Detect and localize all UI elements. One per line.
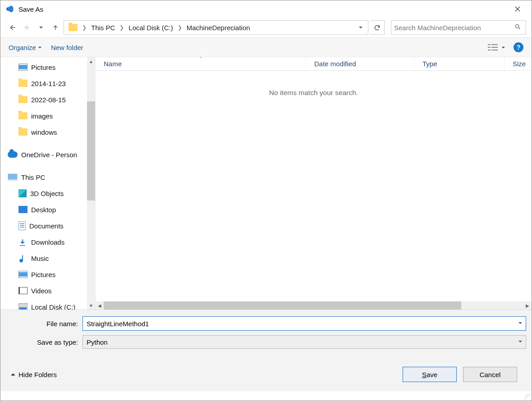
breadcrumb-segment[interactable]: This PC [88, 21, 118, 34]
music-icon [18, 255, 28, 262]
filename-input[interactable] [83, 316, 526, 331]
svg-point-0 [516, 25, 519, 28]
bottom-panel: File name: Save as type: Python Hide Fol… [0, 310, 532, 391]
dl-icon [18, 238, 28, 246]
tree-item-images[interactable]: images [5, 108, 95, 124]
cube3d-icon [18, 189, 27, 197]
new-folder-button[interactable]: New folder [51, 44, 83, 51]
help-button[interactable]: ? [514, 42, 523, 52]
pic-icon [18, 64, 28, 71]
scroll-thumb[interactable] [104, 301, 461, 310]
tree-item-2014-11-23[interactable]: 2014-11-23 [5, 75, 95, 91]
tree-item-3d-objects[interactable]: 3D Objects [5, 185, 95, 201]
scroll-up-icon[interactable]: ▲ [89, 57, 93, 65]
search-icon[interactable] [513, 23, 523, 32]
column-date[interactable]: Date modified [306, 57, 414, 70]
horizontal-scrollbar[interactable]: ◀ ▶ [96, 301, 532, 310]
save-button[interactable]: Save [403, 367, 457, 382]
tree-item-label: Pictures [31, 271, 55, 278]
forward-button[interactable] [20, 21, 33, 34]
tree-item-music[interactable]: Music [5, 250, 95, 266]
tree-item-windows[interactable]: windows [5, 124, 95, 140]
column-size[interactable]: Size [504, 57, 532, 70]
app-icon [4, 4, 15, 14]
cancel-button[interactable]: Cancel [463, 367, 517, 382]
chevron-right-icon: ❯ [80, 24, 88, 31]
breadcrumb-segment[interactable]: Local Disk (C:) [126, 21, 175, 34]
folder-icon [18, 96, 28, 103]
tree-item-pictures[interactable]: Pictures [5, 266, 95, 283]
tree-item-label: 2022-08-15 [31, 96, 66, 104]
empty-message: No items match your search. [96, 71, 532, 97]
scroll-down-icon[interactable]: ▼ [89, 301, 93, 310]
organize-label: Organize [9, 44, 36, 51]
tree-item-label: Videos [31, 287, 52, 295]
toolbar: Organize New folder ? [0, 37, 532, 57]
column-type[interactable]: Type [414, 57, 504, 70]
nav-row: ❯ This PC ❯ Local Disk (C:) ❯ MachineDep… [0, 18, 532, 37]
list-view-icon [488, 43, 498, 51]
search-box[interactable] [391, 20, 526, 35]
filename-history-dropdown[interactable] [518, 321, 523, 326]
up-button[interactable] [49, 21, 62, 34]
savetype-dropdown-caret[interactable] [518, 339, 523, 345]
cloud-icon [8, 151, 18, 158]
search-input[interactable] [394, 24, 513, 32]
organize-button[interactable]: Organize [9, 44, 42, 51]
tree-item-label: windows [31, 128, 57, 136]
tree-item-downloads[interactable]: Downloads [5, 234, 95, 250]
back-button[interactable] [6, 21, 18, 34]
folder-tree[interactable]: Pictures📌2014-11-232022-08-15imageswindo… [0, 57, 95, 310]
desk-icon [18, 206, 28, 213]
window-title: Save As [18, 5, 43, 13]
folder-icon [69, 24, 78, 31]
scroll-left-icon[interactable]: ◀ [96, 303, 104, 308]
column-headers: Name ˄ Date modified Type Size [96, 57, 532, 71]
breadcrumb-dropdown[interactable] [355, 22, 366, 33]
tree-item-onedrive-person[interactable]: OneDrive - Person [5, 146, 95, 163]
scroll-thumb[interactable] [87, 101, 95, 200]
view-options-button[interactable] [488, 43, 505, 51]
recent-locations-button[interactable] [35, 21, 47, 34]
folder-icon [18, 80, 28, 87]
tree-item-label: Music [31, 255, 49, 262]
breadcrumb-segment[interactable]: MachineDepreciation [184, 21, 253, 34]
close-button[interactable] [507, 0, 528, 18]
file-list-pane: Name ˄ Date modified Type Size No items … [95, 57, 532, 310]
doc-icon [18, 221, 26, 230]
tree-item-this-pc[interactable]: This PC [5, 169, 95, 185]
chevron-down-icon [501, 46, 505, 50]
pc-icon [8, 173, 18, 181]
vid-icon [18, 287, 28, 294]
pic-icon [18, 271, 28, 278]
tree-item-label: Downloads [31, 238, 64, 246]
column-name[interactable]: Name ˄ [96, 57, 306, 70]
tree-item-2022-08-15[interactable]: 2022-08-15 [5, 91, 95, 108]
hide-folders-toggle[interactable]: Hide Folders [10, 371, 57, 378]
tree-item-videos[interactable]: Videos [5, 283, 95, 299]
tree-item-desktop[interactable]: Desktop [5, 201, 95, 218]
savetype-label: Save as type: [6, 338, 83, 346]
tree-item-label: Documents [29, 222, 64, 230]
refresh-button[interactable] [370, 20, 385, 35]
tree-item-pictures[interactable]: Pictures📌 [5, 59, 95, 75]
main-split: Pictures📌2014-11-232022-08-15imageswindo… [0, 57, 532, 310]
tree-item-documents[interactable]: Documents [5, 218, 95, 234]
folder-icon [18, 112, 28, 119]
tree-scrollbar[interactable]: ▲ ▼ [87, 57, 95, 310]
chevron-right-icon: ❯ [176, 24, 184, 31]
tree-item-local-disk-c-[interactable]: Local Disk (C:) [5, 299, 95, 310]
tree-item-label: 2014-11-23 [31, 80, 66, 87]
chevron-right-icon: ❯ [118, 24, 126, 31]
breadcrumb[interactable]: ❯ This PC ❯ Local Disk (C:) ❯ MachineDep… [64, 20, 368, 35]
scroll-right-icon[interactable]: ▶ [523, 303, 532, 308]
sort-asc-icon: ˄ [200, 56, 202, 61]
tree-item-label: Pictures [31, 64, 55, 71]
tree-item-label: OneDrive - Person [21, 151, 77, 159]
savetype-value: Python [87, 338, 108, 346]
filename-label: File name: [6, 320, 83, 328]
savetype-combobox[interactable]: Python [83, 335, 526, 349]
disk-icon [18, 303, 28, 310]
tree-item-label: images [31, 112, 53, 120]
resize-grip[interactable] [524, 393, 531, 400]
